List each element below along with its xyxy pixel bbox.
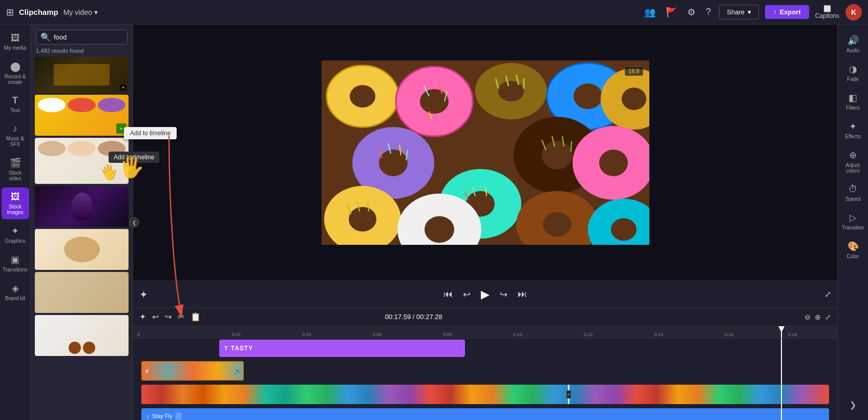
- collapse-panel-button[interactable]: ❮: [129, 217, 139, 227]
- ruler-mark-8: 0:08: [443, 332, 452, 337]
- transitions-icon: ▣: [11, 254, 19, 265]
- duplicate-button[interactable]: 📋: [190, 312, 201, 322]
- sidebar-label-stock-images: Stock images: [4, 204, 27, 215]
- list-item[interactable]: +: [35, 57, 129, 93]
- preview-frame: [322, 60, 649, 245]
- redo-button[interactable]: ↪: [165, 312, 172, 322]
- speed-icon: ⏱: [849, 184, 858, 195]
- ruler-mark-10: 0:10: [514, 332, 523, 337]
- sidebar-item-record-create[interactable]: ⬤ Record & create: [2, 57, 29, 89]
- list-item[interactable]: [35, 272, 129, 313]
- sidebar-item-transitions[interactable]: ▣ Transitions: [2, 250, 29, 277]
- avatar[interactable]: K: [845, 4, 862, 20]
- preview-controls: ✦ ⏮ ↩ ▶ ↪ ⏭ ⤢: [133, 281, 837, 307]
- export-button[interactable]: ↑ Export: [765, 5, 809, 19]
- record-icon: ⬤: [10, 61, 20, 72]
- list-item[interactable]: +: [35, 95, 129, 136]
- right-panel-item-fade[interactable]: ◑ Fade: [839, 59, 867, 86]
- help-icon[interactable]: ?: [704, 5, 713, 19]
- grid-icon[interactable]: ⊞: [6, 7, 14, 18]
- captions-button[interactable]: ⬜ Captions: [815, 5, 839, 19]
- right-panel-item-transition[interactable]: ▷ Transition: [839, 208, 867, 235]
- export-label: Export: [779, 8, 800, 16]
- sidebar-item-graphics[interactable]: ✦ Graphics: [2, 221, 29, 248]
- right-panel-item-color[interactable]: 🎨 Color: [839, 237, 867, 263]
- audio-track-row: ♪ Stay Fly: [133, 406, 837, 420]
- svg-point-2: [350, 85, 375, 108]
- ai-tools-button[interactable]: ✦: [139, 288, 148, 301]
- svg-point-39: [349, 207, 376, 232]
- ai-timeline-button[interactable]: ✦: [139, 312, 146, 322]
- stock-images-icon: 🖼: [11, 192, 20, 202]
- share-button[interactable]: Share ▾: [719, 5, 759, 19]
- sidebar-item-text[interactable]: T Text: [2, 91, 29, 117]
- right-panel-item-speed[interactable]: ⏱ Speed: [839, 180, 867, 206]
- stock-video-icon: 🎬: [10, 157, 21, 169]
- music-icon: ♪: [13, 123, 17, 134]
- settings-icon[interactable]: ⚙: [685, 5, 697, 20]
- list-item[interactable]: [35, 186, 129, 227]
- play-button[interactable]: ▶: [481, 288, 490, 301]
- adjust-colors-icon: ⊕: [849, 150, 857, 161]
- timeline-ruler: 0 0:02 0:04 0:06 0:08 0:10 0:12 0:14 0:1…: [133, 326, 837, 339]
- filters-icon: ◧: [849, 92, 857, 103]
- svg-point-16: [574, 83, 602, 109]
- preview-video: 16:9: [322, 60, 649, 245]
- share-people-icon[interactable]: 👥: [642, 5, 658, 20]
- sidebar-item-my-media[interactable]: 🖼 My media: [2, 29, 29, 55]
- search-input[interactable]: [54, 33, 133, 41]
- add-to-timeline-tooltip: Add to timeline: [109, 152, 133, 163]
- text-icon: T: [12, 95, 18, 106]
- zoom-controls: ⊖ ⊕ ⤢: [805, 313, 831, 321]
- text-track-clip[interactable]: T TASTY: [219, 340, 465, 357]
- video-name-button[interactable]: My video ▾: [63, 8, 98, 16]
- undo-button[interactable]: ↩: [152, 312, 159, 322]
- audio-icon: 🔊: [848, 35, 859, 46]
- right-panel-item-filters[interactable]: ◧ Filters: [839, 88, 867, 115]
- skip-back-button[interactable]: ⏮: [443, 289, 453, 300]
- list-item[interactable]: [35, 315, 129, 356]
- sidebar-item-brand-kit[interactable]: ◈ Brand kit: [2, 279, 29, 305]
- video-clip[interactable]: ⏸ 🔈: [141, 361, 244, 381]
- stock-images-panel: 🔍 1,492 results found +: [31, 25, 133, 420]
- timeline-tracks: T TASTY ⏸ 🔈: [133, 339, 837, 420]
- zoom-out-button[interactable]: ⊖: [805, 313, 811, 321]
- list-item[interactable]: [35, 229, 129, 270]
- text-track-row: T TASTY: [133, 339, 837, 358]
- cut-button[interactable]: ✂: [178, 312, 184, 322]
- sidebar-label-graphics: Graphics: [5, 238, 25, 244]
- sidebar-item-music-sfx[interactable]: ♪ Music & SFX: [2, 119, 29, 151]
- text-track-label: TASTY: [231, 345, 253, 352]
- forward-5s-button[interactable]: ↪: [500, 289, 507, 300]
- ruler-mark-16: 0:16: [725, 332, 734, 337]
- svg-point-20: [379, 150, 408, 176]
- main-video-track[interactable]: ⤢: [141, 385, 829, 404]
- right-panel: 🔊 Audio ◑ Fade ◧ Filters ✦ Effects ⊕ Adj…: [837, 25, 868, 420]
- audio-track[interactable]: ♪ Stay Fly: [141, 408, 829, 420]
- ruler-mark-18: 0:18: [788, 332, 797, 337]
- sidebar-label-stock-video: Stock video: [4, 170, 27, 181]
- flag-icon[interactable]: 🚩: [664, 5, 679, 20]
- svg-point-48: [611, 218, 637, 241]
- audio-track-label: Stay Fly: [152, 413, 173, 419]
- playhead-line: [781, 339, 782, 420]
- playhead-triangle: [778, 326, 785, 332]
- time-display: 00:17.59 / 00:27.28: [385, 313, 442, 321]
- panel-wrapper: 🔍 1,492 results found +: [31, 25, 133, 420]
- expand-timeline-button[interactable]: ⤢: [825, 313, 831, 321]
- sidebar-item-stock-images[interactable]: 🖼 Stock images: [2, 187, 29, 219]
- color-label: Color: [847, 254, 859, 259]
- zoom-in-button[interactable]: ⊕: [815, 313, 821, 321]
- right-panel-item-adjust-colors[interactable]: ⊕ Adjust colors: [839, 145, 867, 178]
- right-panel-item-audio[interactable]: 🔊 Audio: [839, 31, 867, 57]
- rewind-5s-button[interactable]: ↩: [463, 289, 471, 300]
- share-chevron-icon: ▾: [748, 8, 751, 16]
- fullscreen-button[interactable]: ⤢: [824, 289, 831, 299]
- right-panel-item-effects[interactable]: ✦ Effects: [839, 117, 867, 143]
- search-box[interactable]: 🔍: [36, 30, 128, 45]
- right-panel-collapse-button[interactable]: ❯: [845, 396, 860, 414]
- effects-label: Effects: [845, 134, 860, 139]
- skip-forward-button[interactable]: ⏭: [518, 289, 527, 300]
- video-clip-row: ⏸ 🔈: [133, 359, 837, 382]
- sidebar-item-stock-video[interactable]: 🎬 Stock video: [2, 153, 29, 185]
